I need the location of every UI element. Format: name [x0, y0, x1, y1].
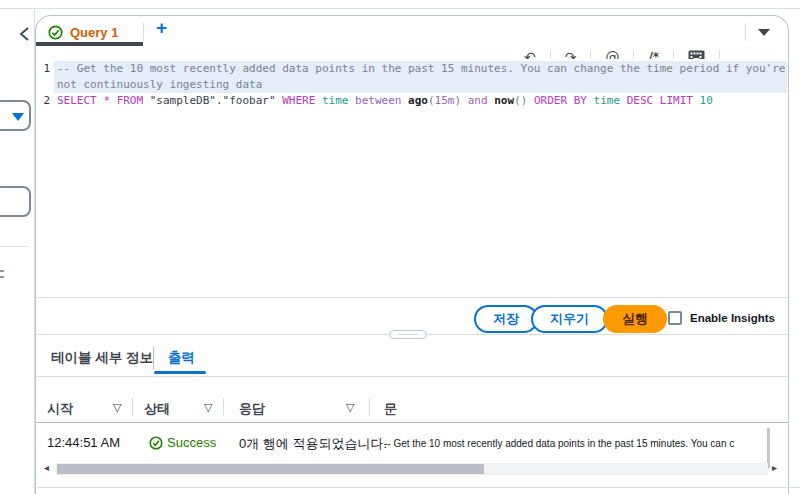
active-output-tab-indicator [154, 371, 206, 374]
clear-button[interactable]: 지우기 [531, 305, 608, 333]
sort-icon[interactable]: ▽ [346, 401, 354, 414]
editor-footer-divider [36, 297, 788, 298]
horizontal-scrollbar-thumb[interactable] [57, 464, 484, 474]
scroll-left-arrow[interactable]: ◂ [44, 462, 49, 473]
tab-query-1[interactable]: Query 1 [48, 23, 118, 41]
tab-divider [143, 23, 144, 41]
cell-status: Success [167, 435, 216, 450]
query-editor-panel: Query 1 + ↶ ↷ @ /* [35, 15, 789, 494]
sql-token [693, 94, 700, 107]
tab-query-1-label: Query 1 [70, 25, 118, 40]
run-button[interactable]: 실행 [603, 305, 667, 333]
sql-token [527, 94, 534, 107]
line-number: 2 [36, 93, 50, 109]
sidebar-collapse-button[interactable] [16, 26, 34, 44]
vertical-scrollbar[interactable] [767, 428, 770, 468]
chevron-down-icon [12, 113, 24, 121]
add-query-tab-button[interactable]: + [156, 17, 167, 39]
code-line-2-text: SELECT * FROM "sampleDB"."foobar" WHERE … [57, 93, 713, 109]
sidebar-dropdown-button[interactable] [0, 100, 31, 131]
sidebar-truncated-icon [0, 270, 4, 282]
sidebar-divider [0, 246, 28, 247]
check-circle-icon [48, 25, 63, 40]
sql-token: "sampleDB"."foobar" [150, 94, 276, 107]
column-header-start[interactable]: 시작 [47, 400, 73, 418]
sort-icon[interactable]: ▽ [113, 401, 121, 414]
sql-token: WHERE [282, 94, 315, 107]
chevron-left-icon [18, 26, 32, 42]
cell-statement: -- Get the 10 most recently added data p… [384, 438, 766, 449]
sort-icon[interactable]: ▽ [204, 401, 212, 414]
active-tab-indicator [36, 42, 143, 46]
code-line-1-text: -- Get the 10 most recently added data p… [57, 61, 785, 77]
column-header-statement[interactable]: 문 [384, 400, 397, 418]
sql-token [653, 94, 660, 107]
sql-token: LIMIT [660, 94, 693, 107]
sql-token: DESC [627, 94, 654, 107]
table-header-border [36, 422, 788, 423]
column-header-status[interactable]: 상태 [144, 400, 170, 418]
page: Query 1 + ↶ ↷ @ /* [0, 0, 800, 494]
enable-insights-checkbox[interactable] [668, 311, 682, 325]
enable-insights-label: Enable Insights [690, 312, 775, 324]
line-number: 1 [36, 61, 50, 77]
tab-row-divider [745, 23, 746, 41]
column-divider [369, 398, 370, 416]
column-divider [132, 398, 133, 416]
panel-resize-handle[interactable] [389, 330, 427, 339]
sql-token [461, 94, 468, 107]
sql-token: ORDER BY [534, 94, 587, 107]
sql-token: and [468, 94, 488, 107]
cell-response: 0개 행에 적용되었습니다. [239, 435, 387, 453]
tab-table-details[interactable]: 테이블 세부 정보 [51, 349, 153, 367]
sidebar-input-partial[interactable] [0, 186, 31, 217]
output-tabs-border [36, 376, 788, 377]
sql-token: ( [428, 94, 435, 107]
sql-token: ago [408, 94, 428, 107]
sql-token [110, 94, 117, 107]
output-tab-divider [153, 347, 154, 369]
sql-token: FROM [117, 94, 144, 107]
sql-token: now [494, 94, 514, 107]
sql-token [315, 94, 322, 107]
scroll-right-arrow[interactable]: ▸ [772, 462, 777, 473]
sql-token: () [514, 94, 527, 107]
sql-token: SELECT [57, 94, 97, 107]
bottom-border [33, 487, 800, 488]
top-divider [0, 8, 800, 9]
sql-token: time [594, 94, 621, 107]
sql-token [587, 94, 594, 107]
sql-editor[interactable]: 1 2 -- Get the 10 most recently added da… [36, 59, 788, 297]
sql-token [620, 94, 627, 107]
save-button[interactable]: 저장 [474, 305, 538, 333]
tab-output[interactable]: 출력 [168, 349, 195, 367]
cell-start-time: 12:44:51 AM [47, 435, 120, 450]
sql-token: between [355, 94, 401, 107]
column-divider [223, 398, 224, 416]
sql-token: 10 [700, 94, 713, 107]
sql-token: * [103, 94, 110, 107]
tab-overflow-caret-icon[interactable] [758, 29, 770, 36]
code-line-1-wrap-text: not continuously ingesting data [57, 77, 262, 93]
sql-token: time [322, 94, 349, 107]
column-header-response[interactable]: 응답 [239, 400, 265, 418]
check-circle-icon [149, 436, 163, 450]
sql-token [143, 94, 150, 107]
sql-token: 15m [435, 94, 455, 107]
